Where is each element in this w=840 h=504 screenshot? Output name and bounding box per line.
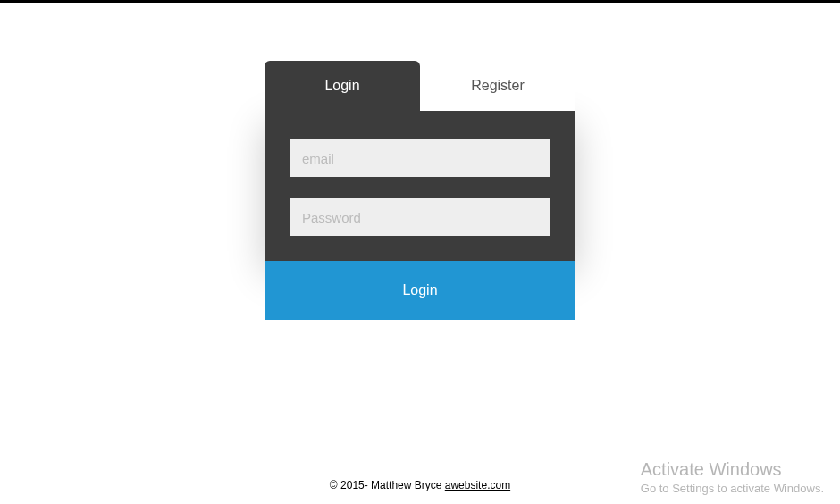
email-field[interactable]	[290, 139, 550, 177]
watermark-title: Activate Windows	[641, 459, 824, 480]
password-field[interactable]	[290, 198, 550, 236]
footer-link[interactable]: awebsite.com	[445, 479, 510, 491]
tab-register[interactable]: Register	[420, 61, 575, 111]
login-button[interactable]: Login	[265, 261, 575, 320]
auth-tabs: Login Register	[265, 61, 575, 111]
login-card: Login Register Login	[265, 61, 575, 320]
tab-login-label: Login	[324, 78, 359, 93]
tab-login[interactable]: Login	[265, 61, 420, 111]
tab-register-label: Register	[471, 78, 525, 93]
login-button-label: Login	[402, 282, 437, 298]
footer-copyright: © 2015- Matthew Bryce	[330, 479, 445, 491]
activate-windows-watermark: Activate Windows Go to Settings to activ…	[641, 459, 824, 495]
watermark-subtitle: Go to Settings to activate Windows.	[641, 482, 824, 495]
login-form-panel	[265, 111, 575, 261]
